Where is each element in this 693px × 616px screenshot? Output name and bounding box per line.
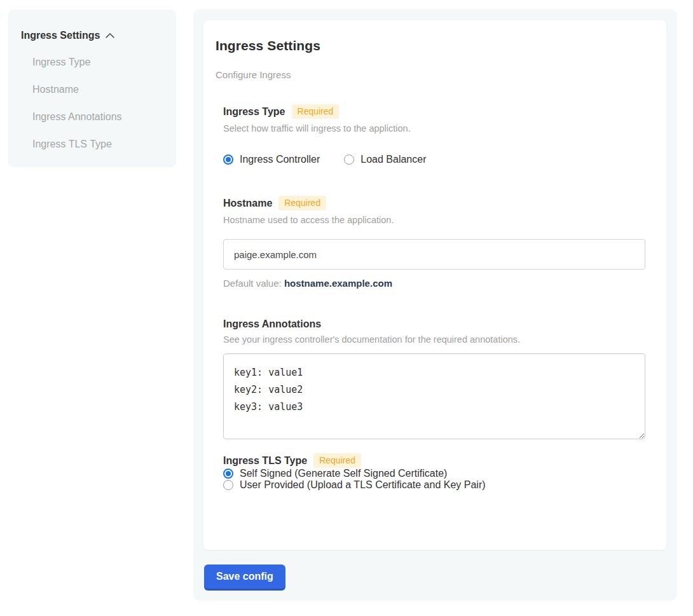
default-value-prefix: Default value: bbox=[223, 278, 282, 289]
radio-label-ingress-controller: Ingress Controller bbox=[240, 154, 320, 165]
required-badge: Required bbox=[313, 453, 361, 468]
sidebar-item-list: Ingress Type Hostname Ingress Annotation… bbox=[32, 57, 163, 150]
chevron-up-icon bbox=[105, 32, 115, 39]
radio-selected-icon bbox=[223, 154, 233, 165]
radio-label-load-balancer: Load Balancer bbox=[360, 154, 426, 165]
page-title: Ingress Settings bbox=[216, 38, 645, 53]
field-help-hostname: Hostname used to access the application. bbox=[223, 215, 645, 225]
radio-self-signed[interactable]: Self Signed (Generate Self Signed Certif… bbox=[223, 468, 645, 479]
field-group-ingress-tls-type: Ingress TLS Type Required Self Signed (G… bbox=[223, 453, 645, 491]
hostname-default-line: Default value: hostname.example.com bbox=[223, 278, 645, 289]
config-panel: Ingress Settings Configure Ingress Ingre… bbox=[193, 9, 677, 601]
save-config-button[interactable]: Save config bbox=[204, 565, 285, 589]
radio-label-user-provided: User Provided (Upload a TLS Certificate … bbox=[240, 479, 486, 491]
field-help-ingress-type: Select how traffic will ingress to the a… bbox=[223, 123, 645, 133]
sidebar-group-title: Ingress Settings bbox=[21, 30, 100, 41]
radio-unselected-icon bbox=[223, 480, 233, 490]
field-label-ingress-tls-type: Ingress TLS Type bbox=[223, 455, 307, 467]
required-badge: Required bbox=[278, 196, 326, 210]
field-help-ingress-annotations: See your ingress controller's documentat… bbox=[223, 334, 645, 345]
ingress-type-radio-group: Ingress Controller Load Balancer bbox=[223, 154, 645, 165]
radio-load-balancer[interactable]: Load Balancer bbox=[344, 154, 426, 165]
radio-unselected-icon bbox=[344, 154, 354, 165]
hostname-input[interactable] bbox=[223, 239, 645, 270]
field-label-hostname: Hostname bbox=[223, 198, 272, 209]
sidebar-item-hostname[interactable]: Hostname bbox=[32, 84, 163, 95]
radio-ingress-controller[interactable]: Ingress Controller bbox=[223, 154, 320, 165]
radio-user-provided[interactable]: User Provided (Upload a TLS Certificate … bbox=[223, 479, 645, 491]
config-nav-sidebar: Ingress Settings Ingress Type Hostname I… bbox=[8, 10, 176, 167]
sidebar-group-toggle[interactable]: Ingress Settings bbox=[21, 30, 163, 41]
radio-label-self-signed: Self Signed (Generate Self Signed Certif… bbox=[240, 468, 447, 479]
field-group-hostname: Hostname Required Hostname used to acces… bbox=[223, 196, 645, 289]
field-label-ingress-annotations: Ingress Annotations bbox=[223, 318, 321, 330]
sidebar-item-ingress-annotations[interactable]: Ingress Annotations bbox=[32, 111, 163, 123]
sidebar-item-ingress-tls-type[interactable]: Ingress TLS Type bbox=[32, 139, 163, 150]
config-card: Ingress Settings Configure Ingress Ingre… bbox=[203, 20, 666, 550]
sidebar-item-ingress-type[interactable]: Ingress Type bbox=[32, 57, 163, 68]
field-label-ingress-type: Ingress Type bbox=[223, 106, 285, 118]
ingress-annotations-textarea[interactable]: key1: value1 key2: value2 key3: value3 bbox=[223, 353, 645, 439]
field-group-ingress-annotations: Ingress Annotations See your ingress con… bbox=[223, 318, 645, 439]
radio-selected-icon bbox=[223, 469, 233, 479]
default-value-text: hostname.example.com bbox=[284, 278, 392, 289]
page-subtitle: Configure Ingress bbox=[216, 69, 645, 80]
field-group-ingress-type: Ingress Type Required Select how traffic… bbox=[223, 104, 645, 165]
required-badge: Required bbox=[292, 104, 340, 119]
